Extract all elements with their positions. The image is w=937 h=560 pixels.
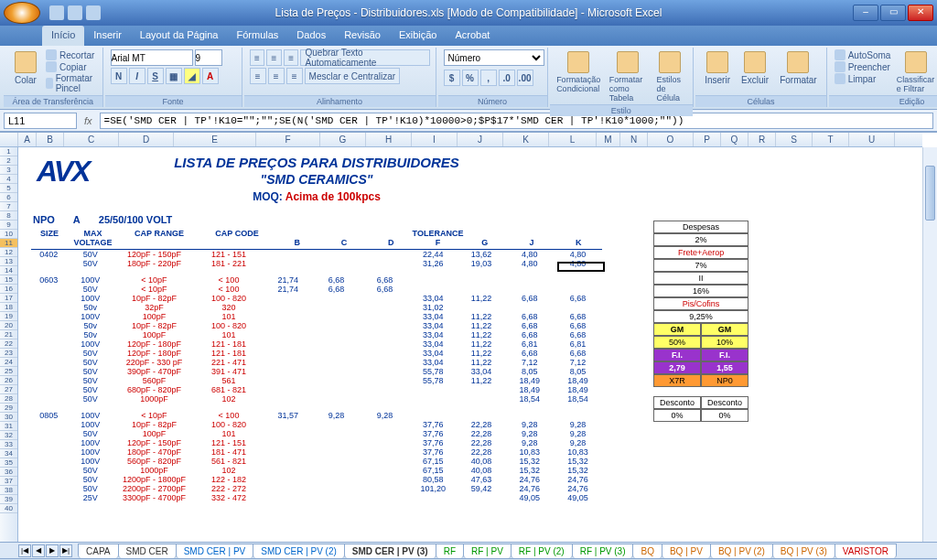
sheet-tab[interactable]: BQ | PV (3)	[772, 544, 835, 558]
sigma-icon	[835, 49, 845, 60]
fill-color-button[interactable]: ◢	[184, 68, 200, 84]
qat-save-icon[interactable]	[49, 5, 64, 20]
paste-button[interactable]: Colar	[9, 49, 42, 87]
merge-center-button[interactable]: Mesclar e Centralizar	[305, 68, 400, 84]
insert-button[interactable]: Inserir	[701, 49, 734, 87]
maximize-button[interactable]: ▭	[880, 5, 906, 21]
currency-icon[interactable]: $	[444, 70, 460, 86]
font-name-input[interactable]	[111, 49, 193, 66]
cond-format-icon	[567, 51, 589, 73]
sheet-tab[interactable]: BQ | PV	[662, 544, 711, 558]
table-row: 50V560pF56155,7811,2218,4918,49	[31, 376, 602, 385]
tab-acrobat[interactable]: Acrobat	[446, 26, 499, 46]
office-button[interactable]	[4, 2, 40, 24]
align-mid-icon[interactable]: ≡	[266, 49, 282, 66]
formula-input[interactable]: =SE('SMD CER | TP'!K10="";"";SE(N('SMD C…	[100, 113, 933, 129]
column-headers: ABCDEFGHIJKLMNOPQRSTU	[0, 133, 922, 147]
table-row: 0805100V< 10pF< 10031,579,289,28	[31, 411, 602, 420]
tab-inicio[interactable]: Início	[42, 26, 84, 46]
sheet-tab[interactable]: VARISTOR	[835, 544, 897, 558]
sheet-tab[interactable]: BQ	[632, 544, 662, 558]
sheet-tab[interactable]: RF	[436, 544, 464, 558]
align-top-icon[interactable]: ≡	[250, 49, 265, 66]
tab-formulas[interactable]: Fórmulas	[228, 26, 288, 46]
font-size-input[interactable]	[195, 49, 222, 66]
table-row: 0603100V< 10pF< 10021,746,686,68	[31, 275, 602, 285]
copy-icon	[46, 61, 57, 72]
tab-layout[interactable]: Layout da Página	[131, 26, 228, 46]
cell-style-icon	[659, 51, 681, 73]
sheet-tab[interactable]: BQ | PV (2)	[710, 544, 773, 558]
percent-icon[interactable]: %	[462, 70, 479, 86]
sheet-tab[interactable]: RF | PV (2)	[511, 544, 573, 558]
tab-dados[interactable]: Dados	[287, 26, 335, 46]
format-button[interactable]: Formatar	[776, 49, 821, 87]
clear-button[interactable]: Limpar	[835, 73, 891, 84]
doc-title-2: "SMD CERAMICS"	[31, 172, 602, 187]
border-button[interactable]: ▦	[166, 68, 182, 84]
tab-exibicao[interactable]: Exibição	[390, 26, 447, 46]
tab-revisao[interactable]: Revisão	[335, 26, 390, 46]
align-center-icon[interactable]: ≡	[268, 68, 285, 84]
tab-nav-prev[interactable]: ◀	[32, 544, 45, 557]
spreadsheet-grid[interactable]: ABCDEFGHIJKLMNOPQRSTU 123456789101112131…	[0, 132, 937, 542]
name-box[interactable]: L11	[4, 113, 77, 129]
tab-nav-last[interactable]: ▶|	[59, 544, 72, 557]
paste-icon	[15, 51, 37, 73]
delete-button[interactable]: Excluir	[738, 49, 772, 87]
tab-nav-first[interactable]: |◀	[18, 544, 31, 557]
table-row: 100V560pF - 820pF561 - 82167,1540,0815,3…	[31, 457, 602, 466]
font-color-button[interactable]: A	[202, 68, 219, 84]
sheet-tab[interactable]: CAPA	[78, 544, 119, 558]
sheet-tab[interactable]: SMD CER | PV	[176, 544, 254, 558]
sheet-tab[interactable]: SMD CER	[118, 544, 177, 558]
format-table-button[interactable]: Formatar como Tabela	[606, 49, 650, 104]
formula-bar: L11 fx =SE('SMD CER | TP'!K10="";"";SE(N…	[0, 110, 937, 132]
copy-button[interactable]: Copiar	[46, 61, 97, 72]
tab-nav-next[interactable]: ▶	[46, 544, 59, 557]
qat-undo-icon[interactable]	[68, 5, 82, 20]
row-headers: 1234567891011121314151617181920212223242…	[0, 147, 18, 542]
eraser-icon	[835, 73, 845, 84]
sort-icon	[905, 51, 927, 73]
underline-button[interactable]: S	[147, 68, 164, 84]
group-label: Área de Transferência	[4, 95, 102, 107]
close-button[interactable]: ✕	[908, 5, 933, 21]
group-cells: Inserir Excluir Formatar Células	[695, 48, 827, 107]
table-row: 100V180pF - 470pF181 - 47137,7622,2810,8…	[31, 447, 602, 457]
table-icon	[617, 51, 639, 73]
vertical-scrollbar[interactable]	[922, 147, 937, 542]
cond-format-button[interactable]: Formatação Condicional	[555, 49, 602, 95]
comma-icon[interactable]: ,	[480, 70, 497, 86]
minimize-button[interactable]: –	[853, 5, 878, 21]
cut-button[interactable]: Recortar	[46, 49, 97, 60]
italic-button[interactable]: I	[129, 68, 145, 84]
sheet-tab[interactable]: RF | PV (3)	[572, 544, 634, 558]
bold-button[interactable]: N	[111, 68, 127, 84]
sheet-tab[interactable]: RF | PV	[463, 544, 512, 558]
inc-decimal-icon[interactable]: .0	[499, 70, 515, 86]
table-row: 100V120pF - 150pF121 - 15137,7622,289,28…	[31, 438, 602, 447]
sheet-tab[interactable]: SMD CER | PV (3)	[344, 544, 436, 558]
sheet-tab[interactable]: SMD CER | PV (2)	[253, 544, 345, 558]
table-row: 100V10pF - 82pF100 - 82037,7622,289,289,…	[31, 420, 602, 429]
cells-area[interactable]: AVX LISTA DE PREÇOS PARA DISTRIBUIDORES …	[18, 147, 922, 542]
sort-filter-button[interactable]: Classificar e Filtrar	[894, 49, 936, 95]
align-bot-icon[interactable]: ≡	[284, 49, 299, 66]
cell-styles-button[interactable]: Estilos de Célula	[652, 49, 687, 104]
quick-access-toolbar	[49, 5, 101, 20]
autosum-button[interactable]: AutoSoma	[835, 49, 891, 60]
titlebar: Lista de Preços - Distribuidores.xls [Mo…	[0, 0, 937, 26]
number-format-select[interactable]: Número	[444, 49, 544, 66]
dec-decimal-icon[interactable]: .00	[517, 70, 533, 86]
align-right-icon[interactable]: ≡	[286, 68, 303, 84]
fill-button[interactable]: Preencher	[835, 61, 891, 72]
side-params: Despesas 2% Frete+Aerop 7% II 16% Pis/Co…	[653, 221, 749, 422]
wrap-text-button[interactable]: Quebrar Texto Automaticamente	[300, 49, 429, 66]
align-left-icon[interactable]: ≡	[250, 68, 266, 84]
qat-redo-icon[interactable]	[86, 5, 101, 20]
fx-icon[interactable]: fx	[81, 115, 96, 126]
tab-inserir[interactable]: Inserir	[84, 26, 131, 46]
format-painter-button[interactable]: Formatar Pincel	[46, 73, 97, 93]
table-row: 50V680pF - 820pF681 - 82118,4918,49	[31, 385, 602, 394]
